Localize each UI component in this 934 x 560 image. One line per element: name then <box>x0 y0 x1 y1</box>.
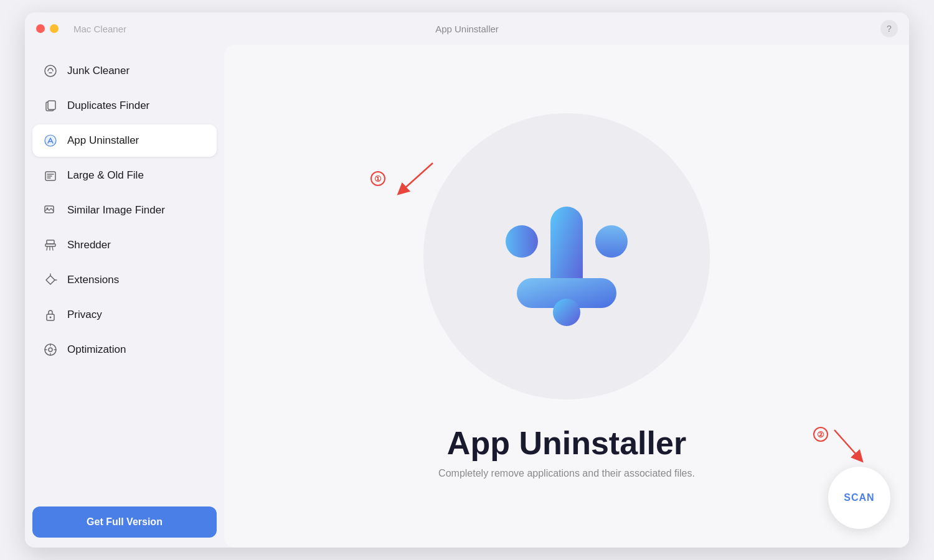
get-full-version-button[interactable]: Get Full Version <box>32 506 217 538</box>
privacy-icon <box>42 307 59 323</box>
traffic-lights <box>36 24 59 33</box>
content-area: Junk Cleaner Duplicates Finder <box>25 45 909 548</box>
sidebar-nav: Junk Cleaner Duplicates Finder <box>32 55 217 497</box>
svg-rect-2 <box>48 101 55 110</box>
large-old-file-icon <box>42 167 59 184</box>
sidebar-item-optimization[interactable]: Optimization <box>32 334 217 366</box>
annotation-2: ② <box>813 427 866 464</box>
sidebar-item-label: Shredder <box>67 239 111 251</box>
svg-rect-14 <box>499 218 545 264</box>
svg-point-6 <box>47 208 49 210</box>
annotation-1: ① <box>370 160 439 197</box>
main-window: Mac Cleaner App Uninstaller ? Junk Clean… <box>25 12 909 548</box>
sidebar-item-label: Junk Cleaner <box>67 65 130 77</box>
svg-rect-15 <box>588 218 634 264</box>
titlebar: Mac Cleaner App Uninstaller ? <box>25 12 909 45</box>
help-button[interactable]: ? <box>880 20 898 37</box>
annotation-2-circle: ② <box>813 427 828 442</box>
sidebar-item-label: Extensions <box>67 274 119 286</box>
sidebar-item-similar-image-finder[interactable]: Similar Image Finder <box>32 194 217 226</box>
svg-point-3 <box>45 135 56 146</box>
shredder-icon <box>42 237 59 253</box>
optimization-icon <box>42 342 59 358</box>
minimize-button[interactable] <box>50 24 59 33</box>
sidebar-item-duplicates-finder[interactable]: Duplicates Finder <box>32 90 217 122</box>
svg-point-10 <box>50 317 52 319</box>
svg-rect-8 <box>47 240 54 244</box>
scan-area: ② SCAN <box>813 427 890 529</box>
app-uninstaller-icon <box>42 133 59 149</box>
sidebar-item-privacy[interactable]: Privacy <box>32 299 217 331</box>
main-content: ① <box>224 45 909 548</box>
window-title: App Uninstaller <box>435 24 499 34</box>
similar-image-finder-icon <box>42 202 59 218</box>
sidebar-item-junk-cleaner[interactable]: Junk Cleaner <box>32 55 217 87</box>
annotation-2-arrow <box>828 427 866 464</box>
sidebar-item-app-uninstaller[interactable]: App Uninstaller <box>32 124 217 157</box>
sidebar-item-label: App Uninstaller <box>67 134 139 147</box>
app-name-label: Mac Cleaner <box>73 24 126 34</box>
svg-point-18 <box>553 299 580 326</box>
main-subtitle: Completely remove applications and their… <box>438 468 695 479</box>
extensions-icon <box>42 272 59 288</box>
sidebar-item-label: Large & Old File <box>67 169 144 182</box>
annotation-1-circle: ① <box>370 171 385 186</box>
app-icon-circle <box>423 113 710 399</box>
sidebar-item-shredder[interactable]: Shredder <box>32 229 217 261</box>
annotation-1-arrow <box>389 160 439 197</box>
sidebar-item-label: Optimization <box>67 343 126 356</box>
sidebar: Junk Cleaner Duplicates Finder <box>25 45 224 548</box>
sidebar-item-label: Privacy <box>67 309 102 321</box>
scan-button[interactable]: SCAN <box>828 467 890 529</box>
close-button[interactable] <box>36 24 45 33</box>
junk-cleaner-icon <box>42 63 59 79</box>
sidebar-item-large-old-file[interactable]: Large & Old File <box>32 159 217 192</box>
app-uninstaller-hero-icon <box>479 169 654 343</box>
duplicates-finder-icon <box>42 98 59 114</box>
main-title: App Uninstaller <box>447 424 686 462</box>
sidebar-item-extensions[interactable]: Extensions <box>32 264 217 296</box>
svg-point-12 <box>49 348 52 352</box>
svg-point-0 <box>45 65 56 77</box>
sidebar-item-label: Similar Image Finder <box>67 204 165 217</box>
sidebar-item-label: Duplicates Finder <box>67 100 149 112</box>
